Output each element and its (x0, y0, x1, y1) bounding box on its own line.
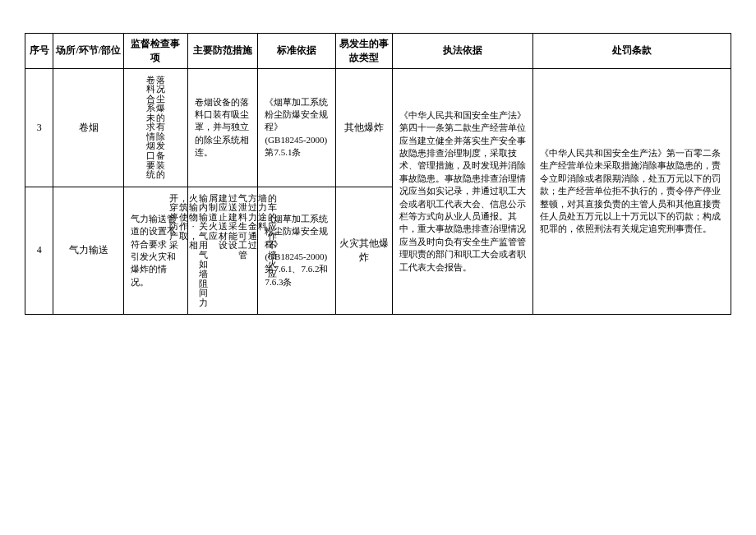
header-place: 场所/环节/部位 (53, 34, 124, 69)
cell-measure: 卷烟设备的落料口装有吸尘罩，并与独立的除尘系统相连。 (187, 68, 258, 187)
cell-accident: 火灾其他爆炸 (335, 187, 392, 315)
regulation-table: 序号 场所/环节/部位 监督检查事项 主要防范措施 标准依据 易发生的事故类型 … (25, 33, 731, 315)
cell-accident: 其他爆炸 (335, 68, 392, 187)
table-row: 3 卷烟 卷料合系未求情烟口要统落况尘爆的有除发备装的 卷烟设备的落料口装有吸尘… (25, 68, 731, 187)
header-accident: 易发生的事故类型 (335, 34, 392, 69)
cell-place: 卷烟 (53, 68, 124, 187)
cell-seq: 3 (25, 68, 53, 187)
cell-check: 卷料合系未求情烟口要统落况尘爆的有除发备装的 (124, 68, 187, 187)
cell-place: 气力输送 (53, 187, 124, 315)
header-check: 监督检查事项 (124, 34, 187, 69)
standard-title: 《烟草加工系统粉尘防爆安全规程》 (265, 214, 328, 249)
cell-standard: 《烟草加工系统粉尘防爆安全规程》 (GB18245-2000)第7.5.1条 (258, 68, 335, 187)
standard-code: (GB18245-2000)第7.6.1、7.6.2和7.6.3条 (265, 251, 328, 287)
cell-law: 《中华人民共和国安全生产法》第四十一条第二款生产经营单位应当建立健全并落实生产安… (392, 68, 533, 315)
cell-measure: 开穿停防产采，筑使作取火输物·，相输内输关气用气如墙阻间力屑制道火应建应止送材设… (187, 187, 258, 315)
header-measure: 主要防范措施 (187, 34, 258, 69)
header-standard: 标准依据 (258, 34, 335, 69)
standard-code: (GB18245-2000)第7.5.1条 (265, 135, 327, 157)
header-law: 执法依据 (392, 34, 533, 69)
cell-penalty: 《中华人民共和国安全生产法》第一百零二条生产经营单位未采取措施消除事故隐患的，责… (533, 68, 731, 315)
cell-seq: 4 (25, 187, 53, 315)
standard-title: 《烟草加工系统粉尘防爆安全规程》 (265, 97, 328, 132)
header-seq: 序号 (25, 34, 53, 69)
header-row: 序号 场所/环节/部位 监督检查事项 主要防范措施 标准依据 易发生的事故类型 … (25, 34, 731, 69)
header-penalty: 处罚条款 (533, 34, 731, 69)
